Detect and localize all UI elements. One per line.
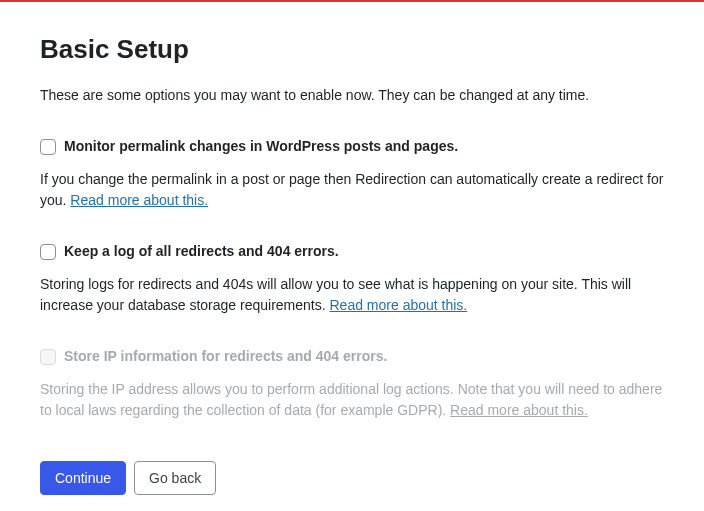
option-header[interactable]: Keep a log of all redirects and 404 erro… bbox=[40, 241, 664, 262]
option-header[interactable]: Monitor permalink changes in WordPress p… bbox=[40, 136, 664, 157]
option-keep-log: Keep a log of all redirects and 404 erro… bbox=[40, 241, 664, 316]
intro-text: These are some options you may want to e… bbox=[40, 85, 664, 106]
option-header: Store IP information for redirects and 4… bbox=[40, 346, 664, 367]
checkbox-store-ip bbox=[40, 349, 56, 365]
checkbox-monitor-permalinks[interactable] bbox=[40, 139, 56, 155]
option-label: Keep a log of all redirects and 404 erro… bbox=[64, 241, 339, 262]
option-monitor-permalinks: Monitor permalink changes in WordPress p… bbox=[40, 136, 664, 211]
option-label: Store IP information for redirects and 4… bbox=[64, 346, 387, 367]
option-description: If you change the permalink in a post or… bbox=[40, 169, 664, 211]
checkbox-keep-log[interactable] bbox=[40, 244, 56, 260]
option-label: Monitor permalink changes in WordPress p… bbox=[64, 136, 458, 157]
page-title: Basic Setup bbox=[40, 30, 664, 69]
button-row: Continue Go back bbox=[40, 461, 664, 495]
option-description: Storing the IP address allows you to per… bbox=[40, 379, 664, 421]
go-back-button[interactable]: Go back bbox=[134, 461, 216, 495]
read-more-link[interactable]: Read more about this. bbox=[70, 192, 208, 208]
setup-panel: Basic Setup These are some options you m… bbox=[0, 0, 704, 511]
option-description: Storing logs for redirects and 404s will… bbox=[40, 274, 664, 316]
continue-button[interactable]: Continue bbox=[40, 461, 126, 495]
read-more-link[interactable]: Read more about this. bbox=[330, 297, 468, 313]
option-store-ip: Store IP information for redirects and 4… bbox=[40, 346, 664, 421]
read-more-link: Read more about this. bbox=[450, 402, 588, 418]
